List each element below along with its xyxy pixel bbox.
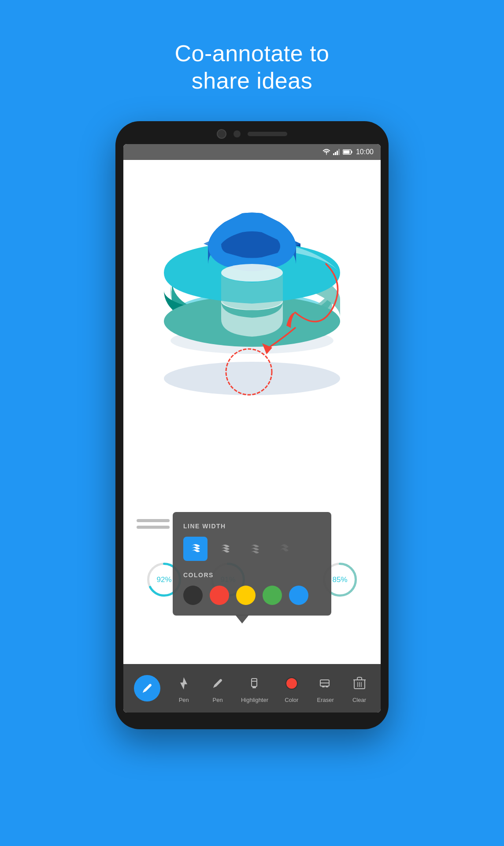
pen-icon-wrapper — [134, 675, 160, 701]
clear-icon-wrapper — [349, 673, 370, 694]
battery-icon — [343, 149, 352, 155]
clear-label: Clear — [352, 697, 366, 703]
color-yellow[interactable] — [236, 586, 256, 605]
color-blue[interactable] — [289, 586, 308, 605]
content-area: 92% 91% — [123, 160, 381, 664]
svg-rect-33 — [326, 686, 328, 687]
svg-rect-5 — [351, 151, 352, 153]
line-width-icon-4 — [278, 542, 290, 555]
highlighter-icon-wrapper — [244, 673, 265, 694]
svg-rect-0 — [333, 153, 334, 155]
spotlight-icon — [177, 676, 191, 690]
spotlight-label: Pen — [179, 697, 189, 703]
svg-rect-32 — [322, 686, 325, 687]
line-width-2[interactable] — [213, 537, 237, 561]
line-width-4[interactable] — [272, 537, 296, 561]
svg-text:92%: 92% — [156, 575, 171, 584]
line-width-icon-1 — [189, 542, 202, 555]
toolbar-highlighter[interactable]: Highlighter — [241, 673, 268, 703]
chart-area — [123, 160, 381, 398]
svg-rect-2 — [337, 151, 338, 155]
camera-lens — [217, 129, 226, 139]
signal-icon — [333, 149, 340, 155]
color-icon-wrapper — [281, 673, 302, 694]
colors-label: COLORS — [183, 571, 321, 579]
toolbar-pen-active[interactable] — [134, 675, 160, 701]
status-icons — [322, 149, 352, 155]
status-bar: 10:00 — [123, 144, 381, 160]
header-section: Co-annotate to share ideas — [0, 0, 504, 95]
color-black[interactable] — [183, 586, 203, 605]
highlighter-label: Highlighter — [241, 697, 268, 703]
status-time: 10:00 — [356, 148, 374, 156]
toolbar-color[interactable]: Color — [281, 673, 302, 703]
spotlight-icon-wrapper — [173, 673, 194, 694]
pen2-icon — [211, 677, 224, 690]
wifi-icon — [322, 149, 330, 155]
svg-rect-27 — [252, 686, 256, 688]
stat-lines — [137, 519, 170, 529]
svg-text:85%: 85% — [333, 575, 348, 584]
line-width-3[interactable] — [242, 537, 267, 561]
eraser-icon — [319, 676, 333, 690]
header-line2: share ideas — [192, 68, 312, 93]
line-width-icon-3 — [248, 542, 261, 555]
donut-chart — [151, 204, 353, 363]
phone-device: 10:00 — [115, 121, 389, 729]
svg-rect-6 — [343, 150, 349, 153]
eraser-icon-wrapper — [315, 673, 336, 694]
toolbar-pen[interactable]: Pen — [207, 673, 228, 703]
speaker-bar — [248, 132, 287, 136]
pen2-icon-wrapper — [207, 673, 228, 694]
pen-label: Pen — [212, 697, 222, 703]
svg-point-29 — [286, 678, 297, 689]
color-label: Color — [285, 697, 298, 703]
svg-rect-3 — [338, 149, 340, 155]
clear-trash-icon — [353, 676, 366, 690]
line-width-label: LINE WIDTH — [183, 523, 321, 530]
highlighter-icon — [248, 677, 261, 690]
toolbar-clear[interactable]: Clear — [349, 673, 370, 703]
phone-top-bar — [123, 129, 381, 139]
line-width-options — [183, 537, 321, 561]
color-icon — [285, 676, 299, 690]
pen-icon — [141, 682, 154, 695]
color-green[interactable] — [263, 586, 282, 605]
phone-screen: 10:00 — [123, 144, 381, 712]
color-red[interactable] — [210, 586, 229, 605]
svg-rect-26 — [252, 679, 257, 686]
line-width-icon-2 — [219, 542, 231, 555]
eraser-label: Eraser — [317, 697, 334, 703]
camera-sensor — [233, 130, 241, 137]
phone-wrapper: 10:00 — [0, 121, 504, 729]
line-width-1[interactable] — [183, 537, 208, 561]
bottom-toolbar: Pen Pen — [123, 664, 381, 712]
header-text: Co-annotate to share ideas — [0, 0, 504, 95]
colors-row — [183, 586, 321, 605]
toolbar-spotlight[interactable]: Pen — [173, 673, 194, 703]
header-line1: Co-annotate to — [174, 41, 329, 66]
toolbar-eraser[interactable]: Eraser — [315, 673, 336, 703]
popup-panel: LINE WIDTH — [173, 512, 331, 616]
svg-rect-1 — [335, 152, 336, 155]
